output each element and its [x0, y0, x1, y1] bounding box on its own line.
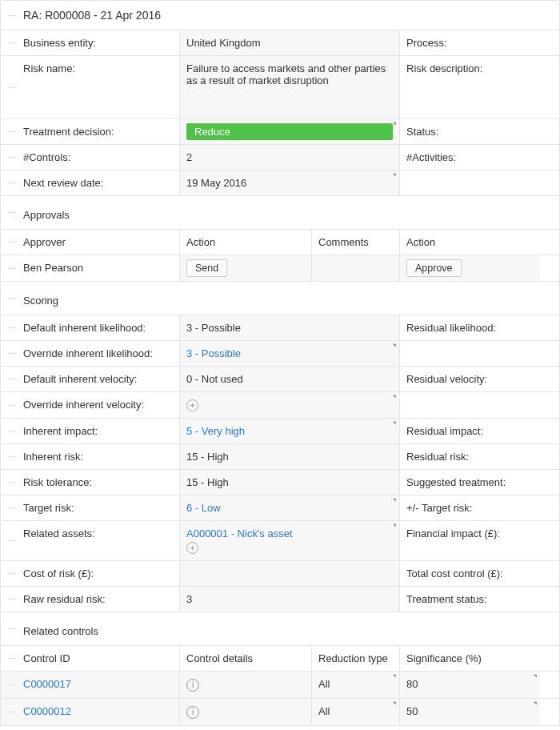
drag-handle-icon[interactable]: ⋯ — [1, 495, 23, 520]
value-ra[interactable]: A000001 - Nick's asset + ◥ — [179, 521, 399, 560]
value-dil[interactable]: 3 - Possible — [179, 315, 399, 340]
pill-reduce[interactable]: Reduce — [186, 123, 393, 140]
value-ir[interactable]: 15 - High — [179, 444, 399, 469]
controls-header-row: ⋯ Control ID Control details Reduction t… — [1, 646, 559, 672]
plus-circle-icon[interactable]: + — [186, 399, 198, 411]
significance-cell[interactable]: 80 ◥ — [399, 672, 540, 698]
drag-handle-icon[interactable]: ⋯ — [1, 521, 23, 560]
drag-handle-icon[interactable]: ⋯ — [1, 444, 23, 469]
label-oiv: Override inherent velocity: — [23, 392, 179, 418]
drag-handle-icon[interactable]: ⋯ — [1, 56, 23, 118]
section-scoring: ⋯ Scoring — [1, 282, 559, 315]
label-residual-velocity: Residual velocity: — [399, 367, 540, 391]
drag-handle-icon[interactable]: ⋯ — [1, 367, 23, 391]
drag-handle-icon[interactable]: ⋯ — [1, 419, 23, 443]
drag-handle-icon[interactable]: ⋯ — [1, 315, 23, 340]
editable-marker-icon: ◥ — [393, 172, 396, 177]
drag-handle-icon[interactable]: ⋯ — [1, 230, 23, 255]
approver-name: Ben Pearson — [23, 255, 179, 281]
value-risk-name[interactable]: Failure to access markets and other part… — [179, 56, 399, 118]
empty-label — [399, 341, 540, 366]
plus-circle-icon[interactable]: + — [186, 542, 198, 554]
col-comments: Comments — [311, 230, 399, 255]
value-rt[interactable]: 15 - High — [179, 470, 399, 495]
control-details-cell[interactable]: i — [179, 699, 311, 725]
value-treatment-decision[interactable]: Reduce ◥ — [179, 119, 399, 144]
label-total-cost-control: Total cost control (£): — [399, 561, 540, 586]
label-ra: Related assets: — [23, 521, 179, 560]
drag-handle-icon[interactable]: ⋯ — [1, 699, 23, 725]
drag-handle-icon[interactable]: ⋯ — [1, 145, 23, 170]
label-ir: Inherent risk: — [23, 444, 179, 469]
drag-handle-icon[interactable]: ⋯ — [1, 170, 23, 195]
label-plus-minus-target: +/- Target risk: — [399, 495, 540, 520]
value-rrr[interactable]: 3 — [179, 587, 399, 612]
drag-handle-icon[interactable]: ⋯ — [1, 255, 23, 281]
label-treatment-status: Treatment status: — [399, 587, 540, 612]
drag-handle-icon[interactable]: ⋯ — [1, 587, 23, 612]
link-tr[interactable]: 6 - Low — [186, 502, 221, 514]
label-rt: Risk tolerance: — [23, 470, 179, 495]
drag-handle-icon[interactable]: ⋯ — [1, 612, 23, 645]
info-circle-icon[interactable]: i — [186, 679, 199, 692]
control-id-link[interactable]: C0000012 — [23, 705, 71, 717]
label-financial-impact: Financial impact (£): — [399, 521, 540, 560]
drag-handle-icon[interactable]: ⋯ — [1, 341, 23, 366]
link-asset[interactable]: A000001 - Nick's asset — [186, 527, 293, 539]
row-cost-of-risk: ⋯ Cost of risk (£): Total cost control (… — [1, 561, 559, 587]
drag-handle-icon[interactable]: ⋯ — [1, 672, 23, 698]
control-id-cell: C0000017 — [23, 672, 179, 698]
col-action: Action — [179, 230, 311, 255]
row-override-inherent-velocity: ⋯ Override inherent velocity: + ◥ — [1, 392, 559, 419]
row-treatment-decision: ⋯ Treatment decision: Reduce ◥ Status: — [1, 119, 559, 145]
value-tr[interactable]: 6 - Low ◥ — [179, 495, 399, 520]
col-control-id: Control ID — [23, 646, 179, 671]
editable-marker-icon: ◥ — [393, 673, 396, 678]
info-circle-icon[interactable]: i — [186, 706, 199, 719]
value-div[interactable]: 0 - Not used — [179, 367, 399, 391]
value-controls-count[interactable]: 2 — [179, 145, 399, 170]
control-details-cell[interactable]: i — [179, 672, 311, 698]
approve-button[interactable]: Approve — [406, 259, 462, 277]
link-oil[interactable]: 3 - Possible — [186, 347, 241, 359]
editable-marker-icon: ◥ — [393, 420, 396, 425]
label-treatment-decision: Treatment decision: — [23, 119, 179, 144]
editable-marker-icon: ◥ — [393, 523, 396, 527]
row-risk-tolerance: ⋯ Risk tolerance: 15 - High Suggested tr… — [1, 470, 559, 495]
approve-cell: Approve — [399, 255, 540, 281]
controls-row: ⋯ C0000012 i All ◥ 50 ◥ — [1, 699, 559, 725]
drag-handle-icon[interactable]: ⋯ — [1, 470, 23, 495]
value-oil[interactable]: 3 - Possible ◥ — [179, 341, 399, 366]
control-id-link[interactable]: C0000017 — [23, 678, 71, 690]
label-activities-count: #Activities: — [399, 145, 540, 170]
drag-handle-icon[interactable]: ⋯ — [1, 119, 23, 144]
row-inherent-risk: ⋯ Inherent risk: 15 - High Residual risk… — [1, 444, 559, 470]
value-cor[interactable] — [179, 561, 399, 586]
label-risk-description: Risk description: — [399, 56, 540, 118]
link-ii[interactable]: 5 - Very high — [186, 425, 245, 437]
drag-handle-icon[interactable]: ⋯ — [1, 392, 23, 418]
drag-handle-icon[interactable]: ⋯ — [1, 196, 23, 229]
value-business-entity[interactable]: United Kingdom — [179, 30, 399, 55]
empty-label — [399, 170, 540, 195]
drag-handle-icon[interactable]: ⋯ — [1, 282, 23, 315]
drag-handle-icon[interactable]: ⋯ — [1, 1, 23, 30]
comments-cell[interactable] — [311, 255, 399, 281]
value-next-review[interactable]: 19 May 2016 ◥ — [179, 170, 399, 195]
reduction-type-cell[interactable]: All ◥ — [311, 699, 399, 725]
label-residual-likelihood: Residual likelihood: — [399, 315, 540, 340]
reduction-type-cell[interactable]: All ◥ — [311, 672, 399, 698]
row-related-assets: ⋯ Related assets: A000001 - Nick's asset… — [1, 521, 559, 561]
editable-marker-icon: ◥ — [393, 700, 396, 705]
significance-cell[interactable]: 50 ◥ — [399, 699, 540, 725]
col-control-details: Control details — [179, 646, 311, 671]
drag-handle-icon[interactable]: ⋯ — [1, 30, 23, 55]
value-oiv[interactable]: + ◥ — [179, 392, 399, 418]
value-ii[interactable]: 5 - Very high ◥ — [179, 419, 399, 443]
send-button[interactable]: Send — [186, 259, 227, 277]
drag-handle-icon[interactable]: ⋯ — [1, 646, 23, 671]
section-approvals: ⋯ Approvals — [1, 196, 559, 230]
col-reduction-type: Reduction type — [311, 646, 399, 671]
drag-handle-icon[interactable]: ⋯ — [1, 561, 23, 586]
label-rrr: Raw residual risk: — [23, 587, 179, 612]
